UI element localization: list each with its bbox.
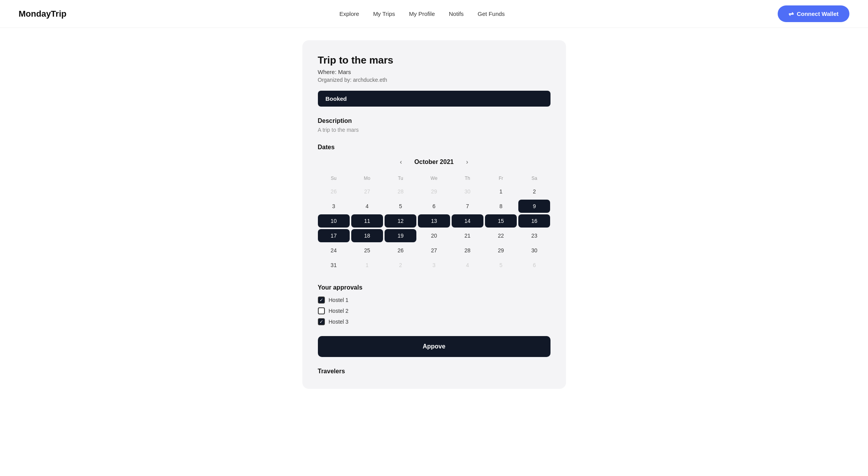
calendar-day[interactable]: 22 — [485, 229, 517, 242]
calendar-day[interactable]: 6 — [518, 259, 550, 272]
calendar-next-button[interactable]: › — [463, 157, 471, 167]
calendar-day[interactable]: 30 — [518, 244, 550, 257]
calendar-prev-button[interactable]: ‹ — [397, 157, 405, 167]
calendar-day[interactable]: 3 — [318, 200, 350, 213]
calendar-day[interactable]: 1 — [485, 185, 517, 198]
calendar-day[interactable]: 7 — [452, 200, 483, 213]
calendar-day[interactable]: 30 — [452, 185, 483, 198]
approve-button[interactable]: Appove — [318, 336, 550, 357]
calendar-day-header: Su — [318, 173, 350, 183]
calendar-day[interactable]: 10 — [318, 214, 350, 228]
nav-my-trips[interactable]: My Trips — [373, 10, 395, 17]
calendar-day[interactable]: 25 — [351, 244, 383, 257]
calendar-day[interactable]: 29 — [418, 185, 450, 198]
calendar-day[interactable]: 4 — [452, 259, 483, 272]
calendar-day[interactable]: 18 — [351, 229, 383, 242]
dates-section: Dates ‹ October 2021 › SuMoTuWeThFrSa262… — [318, 144, 550, 272]
description-title: Description — [318, 117, 550, 124]
calendar-day[interactable]: 2 — [385, 259, 416, 272]
calendar-day[interactable]: 24 — [318, 244, 350, 257]
calendar-day[interactable]: 27 — [351, 185, 383, 198]
nav-my-profile[interactable]: My Profile — [409, 10, 435, 17]
calendar-day[interactable]: 21 — [452, 229, 483, 242]
booked-badge: Booked — [318, 91, 550, 107]
nav-get-funds[interactable]: Get Funds — [478, 10, 505, 17]
approval-item: ✓Hostel 3 — [318, 318, 550, 325]
trip-title: Trip to the mars — [318, 54, 550, 66]
calendar-day-header: Th — [452, 173, 483, 183]
approvals-section: Your approvals ✓Hostel 1Hostel 2✓Hostel … — [318, 284, 550, 325]
calendar-grid: SuMoTuWeThFrSa26272829301234567891011121… — [318, 173, 550, 272]
approval-checkbox-1[interactable] — [318, 307, 325, 314]
calendar-day[interactable]: 12 — [385, 214, 416, 228]
calendar-day[interactable]: 11 — [351, 214, 383, 228]
approval-item: Hostel 2 — [318, 307, 550, 314]
calendar-day[interactable]: 16 — [518, 214, 550, 228]
calendar-day[interactable]: 8 — [485, 200, 517, 213]
calendar-day-header: Sa — [518, 173, 550, 183]
approval-checkbox-2[interactable]: ✓ — [318, 318, 325, 325]
calendar-day[interactable]: 17 — [318, 229, 350, 242]
calendar-day[interactable]: 5 — [485, 259, 517, 272]
trip-where: Where: Mars — [318, 69, 550, 75]
calendar-day[interactable]: 6 — [418, 200, 450, 213]
calendar-day[interactable]: 26 — [385, 244, 416, 257]
calendar-day-header: Tu — [385, 173, 416, 183]
approval-label-0: Hostel 1 — [329, 297, 349, 303]
calendar-day[interactable]: 2 — [518, 185, 550, 198]
calendar-day[interactable]: 3 — [418, 259, 450, 272]
calendar-day[interactable]: 14 — [452, 214, 483, 228]
calendar-day[interactable]: 4 — [351, 200, 383, 213]
travelers-title: Travelers — [318, 368, 550, 375]
page-content: Trip to the mars Where: Mars Organized b… — [0, 28, 868, 401]
trip-organized-by: Organized by: archducke.eth — [318, 77, 550, 83]
calendar-day[interactable]: 31 — [318, 259, 350, 272]
calendar-day[interactable]: 19 — [385, 229, 416, 242]
calendar-day[interactable]: 9 — [518, 200, 550, 213]
calendar-day-header: We — [418, 173, 450, 183]
calendar-day[interactable]: 28 — [452, 244, 483, 257]
calendar-day[interactable]: 20 — [418, 229, 450, 242]
nav-links: Explore My Trips My Profile Notifs Get F… — [340, 10, 505, 17]
calendar-header: ‹ October 2021 › — [318, 157, 550, 167]
calendar-day-header: Fr — [485, 173, 517, 183]
calendar-month-label: October 2021 — [414, 159, 454, 166]
calendar-day[interactable]: 15 — [485, 214, 517, 228]
calendar-day[interactable]: 5 — [385, 200, 416, 213]
navbar: MondayTrip Explore My Trips My Profile N… — [0, 0, 868, 28]
approval-label-2: Hostel 3 — [329, 319, 349, 325]
calendar-day[interactable]: 26 — [318, 185, 350, 198]
approvals-list: ✓Hostel 1Hostel 2✓Hostel 3 — [318, 297, 550, 325]
calendar-day-header: Mo — [351, 173, 383, 183]
calendar-day[interactable]: 28 — [385, 185, 416, 198]
nav-notifs[interactable]: Notifs — [449, 10, 464, 17]
description-text: A trip to the mars — [318, 127, 550, 133]
nav-explore[interactable]: Explore — [340, 10, 359, 17]
calendar-day[interactable]: 29 — [485, 244, 517, 257]
brand-logo: MondayTrip — [19, 9, 66, 19]
connect-wallet-label: Connect Wallet — [797, 10, 839, 17]
calendar: ‹ October 2021 › SuMoTuWeThFrSa262728293… — [318, 157, 550, 272]
wallet-icon: ⇌ — [789, 10, 794, 17]
calendar-day[interactable]: 13 — [418, 214, 450, 228]
calendar-day[interactable]: 1 — [351, 259, 383, 272]
calendar-day[interactable]: 27 — [418, 244, 450, 257]
dates-title: Dates — [318, 144, 550, 151]
connect-wallet-button[interactable]: ⇌ Connect Wallet — [778, 5, 849, 22]
approval-item: ✓Hostel 1 — [318, 297, 550, 304]
calendar-day[interactable]: 23 — [518, 229, 550, 242]
approval-checkbox-0[interactable]: ✓ — [318, 297, 325, 304]
trip-card: Trip to the mars Where: Mars Organized b… — [302, 40, 566, 389]
approval-label-1: Hostel 2 — [329, 308, 349, 314]
approvals-title: Your approvals — [318, 284, 550, 291]
